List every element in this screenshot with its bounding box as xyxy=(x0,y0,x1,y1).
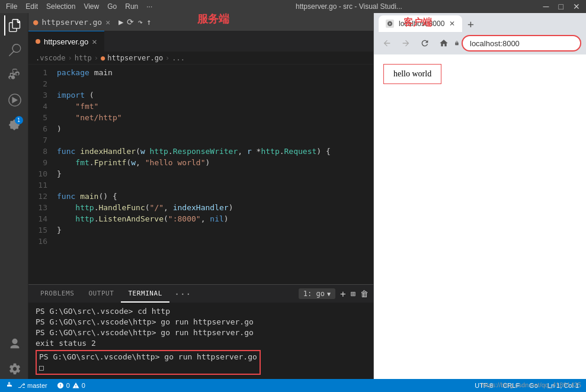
title-bar: File Edit Selection View Go Run ··· http… xyxy=(0,0,586,13)
terminal-cursor-line: □ xyxy=(39,362,257,373)
terminal-content[interactable]: PS G:\GO\src\.vscode> cd http PS G:\GO\s… xyxy=(28,303,373,379)
hello-world-box: hello world xyxy=(383,64,441,84)
breadcrumb-go-icon: ● xyxy=(101,54,105,62)
lock-icon xyxy=(454,39,459,47)
tab-dot xyxy=(36,39,40,44)
debug-step-over-icon[interactable]: ↷ xyxy=(137,17,142,27)
forward-button[interactable] xyxy=(398,35,414,52)
code-line-1: package main xyxy=(57,67,373,78)
toolbar-filename: httpserver.go xyxy=(41,18,102,27)
menu-edit[interactable]: Edit xyxy=(25,2,38,11)
browser-panel: 客户端 localhost:8000 ✕ + xyxy=(373,13,586,379)
back-button[interactable] xyxy=(379,35,395,52)
code-content[interactable]: package main import ( "fmt" "net/http" )… xyxy=(52,67,373,282)
code-line-3: import ( xyxy=(57,89,373,101)
minimize-button[interactable]: ─ xyxy=(543,2,549,11)
debug-step-up-icon[interactable]: ↑ xyxy=(146,17,151,27)
code-line-7 xyxy=(57,134,373,146)
browser-favicon xyxy=(386,20,394,28)
code-line-6: ) xyxy=(57,123,373,134)
browser-toolbar: localhost:8000 xyxy=(374,32,586,54)
menu-go[interactable]: Go xyxy=(107,2,117,11)
code-line-13: http.HandleFunc("/", indexHandler) xyxy=(57,202,373,213)
activity-extensions[interactable]: 1 xyxy=(4,115,24,135)
tab-output[interactable]: OUTPUT xyxy=(81,285,121,303)
refresh-button[interactable] xyxy=(417,35,433,52)
code-editor: 1 2 3 4 5 6 7 8 9 10 11 12 13 14 15 16 xyxy=(28,65,373,284)
extension-badge: 1 xyxy=(15,116,23,124)
code-line-14: http.ListenAndServe(":8000", nil) xyxy=(57,213,373,224)
tab-problems[interactable]: PROBLEMS xyxy=(33,285,81,303)
line-numbers: 1 2 3 4 5 6 7 8 9 10 11 12 13 14 15 16 xyxy=(28,67,52,282)
terminal-line-2: PS G:\GO\src\.vscode\http> go run httpse… xyxy=(36,317,366,327)
editor-toolbar: ● httpserver.go ✕ ▶ ⟳ ↷ ↑ 服务端 xyxy=(28,13,373,31)
breadcrumb-http: http xyxy=(75,54,92,62)
code-line-16 xyxy=(57,236,373,247)
client-annotation: 客户端 xyxy=(404,17,432,29)
browser-tab-close-button[interactable]: ✕ xyxy=(449,20,455,28)
breadcrumb: .vscode › http › ● httpserver.go › ... xyxy=(28,52,373,65)
tab-close-button[interactable]: ✕ xyxy=(92,37,97,46)
code-line-8: func indexHandler(w http.ResponseWriter,… xyxy=(57,146,373,157)
branch-name: ⎇ master xyxy=(18,382,47,390)
terminal-highlighted-block: PS G:\GO\src\.vscode\http> go run httpse… xyxy=(36,350,261,375)
code-line-11 xyxy=(57,179,373,191)
menu-more[interactable]: ··· xyxy=(146,2,152,11)
terminal-split-button[interactable]: ⊞ xyxy=(351,289,356,298)
code-line-12: func main() { xyxy=(57,191,373,202)
code-line-2 xyxy=(57,78,373,89)
warning-count: 0 xyxy=(82,382,85,389)
terminal-trash-button[interactable]: 🗑 xyxy=(360,289,369,298)
browser-content: hello world xyxy=(374,54,586,379)
debug-refresh-icon[interactable]: ⟳ xyxy=(127,17,134,27)
address-bar[interactable]: localhost:8000 xyxy=(462,35,581,52)
maximize-button[interactable]: □ xyxy=(559,2,563,11)
go-icon: ● xyxy=(33,17,38,27)
code-line-10: } xyxy=(57,168,373,179)
server-annotation: 服务端 xyxy=(197,13,229,26)
terminal-line-1: PS G:\GO\src\.vscode> cd http xyxy=(36,306,366,317)
tab-terminal[interactable]: TERMINAL xyxy=(121,285,169,303)
code-line-4: "fmt" xyxy=(57,101,373,112)
panel-right-controls: 1: go ▼ + ⊞ 🗑 xyxy=(299,285,369,303)
toolbar-close[interactable]: ✕ xyxy=(105,18,110,27)
home-button[interactable] xyxy=(436,35,452,52)
terminal-line-5: PS G:\GO\src\.vscode\http> go run httpse… xyxy=(39,352,257,362)
terminal-line-4: exit status 2 xyxy=(36,338,366,349)
activity-source-control[interactable] xyxy=(4,65,24,85)
activity-bar: 1 xyxy=(0,13,28,379)
terminal-selector[interactable]: 1: go ▼ xyxy=(299,288,335,299)
breadcrumb-file: httpserver.go xyxy=(107,54,163,62)
code-line-5: "net/http" xyxy=(57,112,373,123)
activity-settings[interactable] xyxy=(4,359,24,379)
tab-label: httpserver.go xyxy=(44,37,88,46)
status-errors[interactable]: 0 0 xyxy=(55,382,88,389)
window-title: httpserver.go - src - Visual Studi... xyxy=(164,2,533,11)
status-branch[interactable]: ⎇ master xyxy=(5,381,50,390)
tab-more[interactable]: ··· xyxy=(169,285,196,303)
breadcrumb-more: ... xyxy=(172,54,185,62)
bottom-panel: PROBLEMS OUTPUT TERMINAL ··· 1: go ▼ xyxy=(28,284,373,379)
close-button[interactable]: ✕ xyxy=(573,2,580,11)
menu-file[interactable]: File xyxy=(6,2,17,11)
menu-run[interactable]: Run xyxy=(125,2,138,11)
menu-view[interactable]: View xyxy=(84,2,99,11)
tab-bar: httpserver.go ✕ xyxy=(28,31,373,52)
panel-tab-bar: PROBLEMS OUTPUT TERMINAL ··· 1: go ▼ xyxy=(28,285,373,303)
activity-account[interactable] xyxy=(4,334,24,354)
debug-run-icon[interactable]: ▶ xyxy=(119,17,123,27)
menu-selection[interactable]: Selection xyxy=(46,2,75,11)
hello-world-text: hello world xyxy=(393,69,431,78)
tab-httpserver[interactable]: httpserver.go ✕ xyxy=(28,31,104,52)
code-line-9: fmt.Fprintf(w, "hello world") xyxy=(57,157,373,168)
activity-explorer[interactable] xyxy=(4,15,24,36)
activity-run[interactable] xyxy=(4,90,24,110)
error-count: 0 xyxy=(66,382,70,389)
code-line-15: } xyxy=(57,224,373,236)
breadcrumb-vscode: .vscode xyxy=(36,54,66,62)
terminal-add-button[interactable]: + xyxy=(340,288,346,300)
new-tab-button[interactable]: + xyxy=(462,15,479,32)
watermark: https://blog.csdn.net/qq_41891425 xyxy=(481,381,581,388)
activity-search[interactable] xyxy=(4,40,24,60)
terminal-line-3: PS G:\GO\src\.vscode\http> go run httpse… xyxy=(36,327,366,338)
